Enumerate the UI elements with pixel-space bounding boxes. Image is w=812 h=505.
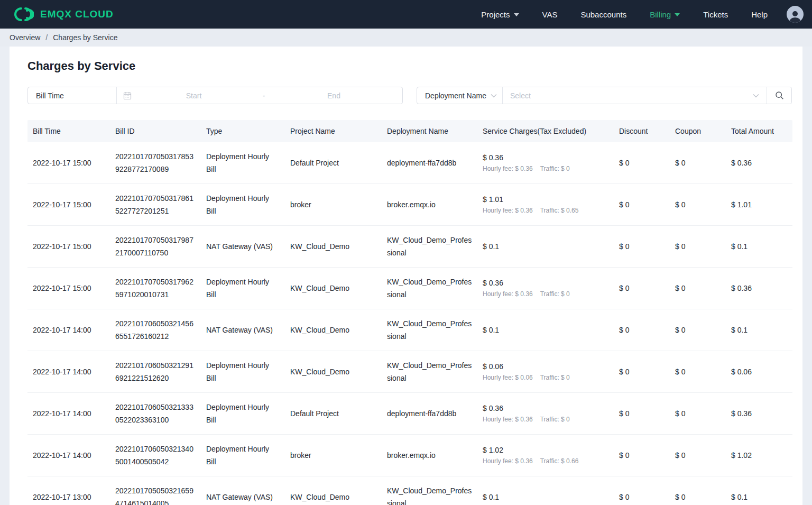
cell-type: Deployment Hourly Bill <box>201 150 285 176</box>
cell-service-charges: $ 0.1 <box>477 493 614 501</box>
charge-hourly-fee: Hourly fee: $ 0.36 <box>483 457 533 465</box>
charge-amount: $ 1.01 <box>483 195 608 204</box>
charge-hourly-fee: Hourly fee: $ 0.06 <box>483 374 533 381</box>
charge-hourly-fee: Hourly fee: $ 0.36 <box>483 165 533 172</box>
cell-discount: $ 0 <box>614 242 670 251</box>
charge-detail: Hourly fee: $ 0.36 Traffic: $ 0 <box>483 165 608 172</box>
chevron-down-icon <box>753 94 759 98</box>
col-deployment-name: Deployment Name <box>382 127 477 135</box>
date-range-input[interactable]: Start - End <box>117 87 402 104</box>
cell-type: Deployment Hourly Bill <box>201 401 285 426</box>
nav-item-help[interactable]: Help <box>751 10 768 19</box>
calendar-icon <box>123 91 132 100</box>
cell-total-amount: $ 0.36 <box>726 409 792 418</box>
cell-coupon: $ 0 <box>670 242 726 251</box>
bill-time-range-picker: Bill Time Start - End <box>27 87 403 104</box>
date-start-placeholder[interactable]: Start <box>132 91 256 100</box>
cell-deployment-name: KW_Cloud_Demo_Professional <box>382 317 477 343</box>
table-header-row: Bill Time Bill ID Type Project Name Depl… <box>27 120 792 142</box>
charge-traffic: Traffic: $ 0.66 <box>540 457 579 465</box>
deployment-select-input[interactable]: Select <box>503 87 767 104</box>
search-button[interactable] <box>767 87 791 104</box>
cell-bill-time: 2022-10-17 15:00 <box>27 242 110 251</box>
charge-traffic: Traffic: $ 0 <box>540 165 570 172</box>
cell-project-name: broker <box>285 200 382 209</box>
cell-type: Deployment Hourly Bill <box>201 276 285 301</box>
nav-item-billing[interactable]: Billing <box>650 10 680 19</box>
col-project-name: Project Name <box>285 127 382 135</box>
cell-deployment-name: KW_Cloud_Demo_Professional <box>382 234 477 259</box>
nav-item-projects[interactable]: Projects <box>481 10 519 19</box>
cell-type: NAT Gateway (VAS) <box>201 324 285 336</box>
col-total-amount: Total Amount <box>726 127 792 135</box>
cell-coupon: $ 0 <box>670 493 726 501</box>
cell-total-amount: $ 0.06 <box>726 368 792 376</box>
cell-discount: $ 0 <box>614 409 670 418</box>
user-avatar[interactable] <box>787 6 804 23</box>
brand[interactable]: EMQX CLOUD <box>13 6 114 22</box>
cell-project-name: KW_Cloud_Demo <box>285 368 382 376</box>
cell-bill-id: 20221017060503213330522023363100 <box>110 401 201 426</box>
charge-hourly-fee: Hourly fee: $ 0.36 <box>483 290 533 298</box>
charge-traffic: Traffic: $ 0 <box>540 416 570 423</box>
cell-bill-time: 2022-10-17 14:00 <box>27 409 110 418</box>
cell-deployment-name: broker.emqx.io <box>382 198 477 211</box>
charge-detail: Hourly fee: $ 0.36 Traffic: $ 0 <box>483 416 608 423</box>
charge-traffic: Traffic: $ 0 <box>540 290 570 298</box>
cell-service-charges: $ 0.36 Hourly fee: $ 0.36 Traffic: $ 0 <box>477 153 614 172</box>
table-row: 2022-10-17 14:00 20221017060503213330522… <box>27 393 792 435</box>
cell-total-amount: $ 0.1 <box>726 493 792 501</box>
col-coupon: Coupon <box>670 127 726 135</box>
chevron-down-icon <box>514 13 519 16</box>
col-type: Type <box>201 127 285 135</box>
cell-type: NAT Gateway (VAS) <box>201 491 285 503</box>
cell-bill-id: 20221017070503179872170007110750 <box>110 234 201 259</box>
cell-project-name: KW_Cloud_Demo <box>285 326 382 334</box>
cell-deployment-name: broker.emqx.io <box>382 449 477 462</box>
cell-project-name: KW_Cloud_Demo <box>285 493 382 501</box>
cell-bill-time: 2022-10-17 13:00 <box>27 493 110 501</box>
charge-amount: $ 0.36 <box>483 279 608 287</box>
date-end-placeholder[interactable]: End <box>272 91 396 100</box>
charges-table: Bill Time Bill ID Type Project Name Depl… <box>27 120 792 505</box>
chevron-down-icon <box>491 94 497 98</box>
cell-coupon: $ 0 <box>670 368 726 376</box>
col-bill-time: Bill Time <box>27 127 110 135</box>
deployment-name-select[interactable]: Deployment Name <box>417 87 503 104</box>
cell-deployment-name: KW_Cloud_Demo_Professional <box>382 276 477 301</box>
content-card: Charges by Service Bill Time Star <box>10 47 802 505</box>
nav-item-subaccounts[interactable]: Subaccounts <box>580 10 626 19</box>
table-row: 2022-10-17 14:00 20221017060503212916921… <box>27 351 792 393</box>
cell-service-charges: $ 1.01 Hourly fee: $ 0.36 Traffic: $ 0.6… <box>477 195 614 214</box>
cell-coupon: $ 0 <box>670 159 726 167</box>
breadcrumb-overview[interactable]: Overview <box>10 33 40 42</box>
table-body: 2022-10-17 15:00 20221017070503178539228… <box>27 142 792 505</box>
bill-time-select[interactable]: Bill Time <box>28 87 117 104</box>
cell-total-amount: $ 0.36 <box>726 284 792 292</box>
cell-project-name: KW_Cloud_Demo <box>285 284 382 292</box>
cell-coupon: $ 0 <box>670 326 726 334</box>
charge-detail: Hourly fee: $ 0.36 Traffic: $ 0.66 <box>483 457 608 465</box>
cell-service-charges: $ 0.36 Hourly fee: $ 0.36 Traffic: $ 0 <box>477 404 614 423</box>
table-row: 2022-10-17 15:00 20221017070503179625971… <box>27 268 792 309</box>
breadcrumb: Overview / Charges by Service <box>0 29 812 47</box>
main-nav: Projects VAS Subaccounts Billing Tickets… <box>481 10 768 19</box>
cell-type: Deployment Hourly Bill <box>201 443 285 468</box>
cell-total-amount: $ 0.1 <box>726 242 792 251</box>
nav-item-tickets[interactable]: Tickets <box>703 10 728 19</box>
table-row: 2022-10-17 15:00 20221017070503178615227… <box>27 184 792 226</box>
cell-bill-id: 20221017070503178539228772170089 <box>110 150 201 176</box>
cell-discount: $ 0 <box>614 284 670 292</box>
filter-row: Bill Time Start - End <box>27 87 802 104</box>
cell-service-charges: $ 0.36 Hourly fee: $ 0.36 Traffic: $ 0 <box>477 279 614 298</box>
cell-project-name: broker <box>285 451 382 460</box>
col-service-charges: Service Charges(Tax Excluded) <box>477 127 614 135</box>
search-icon <box>775 91 784 100</box>
charge-amount: $ 0.1 <box>483 242 608 251</box>
table-row: 2022-10-17 15:00 20221017070503178539228… <box>27 142 792 184</box>
chevron-down-icon <box>675 13 680 16</box>
table-row: 2022-10-17 15:00 20221017070503179872170… <box>27 226 792 268</box>
date-range-separator: - <box>256 91 272 100</box>
col-discount: Discount <box>614 127 670 135</box>
nav-item-vas[interactable]: VAS <box>542 10 558 19</box>
